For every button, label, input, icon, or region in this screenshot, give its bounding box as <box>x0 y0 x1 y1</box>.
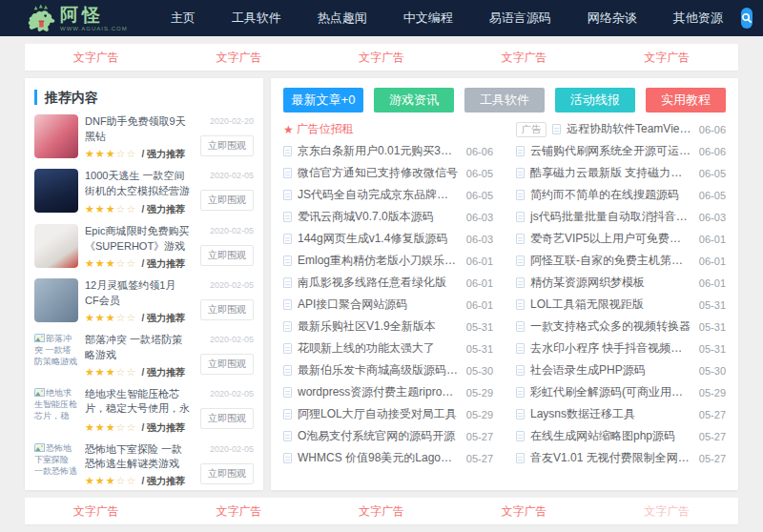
article-link[interactable]: Laysns数据迁移工具 <box>530 406 691 422</box>
category-tab[interactable]: 实用教程 <box>646 88 726 113</box>
site-logo[interactable]: 阿怪 WWW.AGUAIS.COM <box>25 3 128 33</box>
view-button[interactable]: 立即围观 <box>200 463 254 484</box>
nav-item[interactable]: 易语言源码 <box>471 0 569 36</box>
text-ad-link[interactable]: 文字广告 <box>359 503 404 520</box>
article-link[interactable]: 精仿某资源网织梦模板 <box>530 275 691 291</box>
article-link[interactable]: 花呗新上线的功能太强大了 <box>298 340 459 357</box>
article-link[interactable]: 最新伯乐发卡商城高级版源码 无后门 <box>298 362 459 379</box>
item-title[interactable]: 部落冲突 一款塔防策略游戏 <box>85 333 190 363</box>
item-title[interactable]: 恐怖地下室探险 一款恐怖逃生解谜类游戏 <box>85 442 190 473</box>
article-link[interactable]: 京东白条新用户0.01元购买3个月爱奇艺黄... <box>298 143 459 159</box>
document-icon <box>283 387 292 398</box>
recommend-label: / 强力推荐 <box>141 313 185 323</box>
text-ad-link[interactable]: 文字广告 <box>502 50 547 66</box>
article-link[interactable]: LOL工具箱无限视距版 <box>530 297 691 313</box>
item-title[interactable]: DNF助手免费领取9天黑钻 <box>85 114 190 145</box>
category-tab[interactable]: 活动线报 <box>555 88 635 113</box>
text-ad-link[interactable]: 文字广告 <box>359 50 404 66</box>
recommend-label: / 强力推荐 <box>141 422 185 433</box>
recommended-item[interactable]: 12月灵狐签约领1月CF会员 ★★★☆☆ / 强力推荐 2020-02-05 立… <box>34 278 254 325</box>
article-link[interactable]: WHMCS 价值98美元的Lagom模板开源 <box>298 450 459 466</box>
article-link[interactable]: 阿怪互联-自家的免费主机第一批正式开启 <box>530 253 691 269</box>
view-button[interactable]: 立即围观 <box>200 245 254 266</box>
ad-slot-row[interactable]: ★ 广告位招租 <box>283 118 493 140</box>
item-title[interactable]: Epic商城限时免费购买《SUPERHOT》游戏 <box>85 224 190 255</box>
document-icon <box>552 124 561 134</box>
text-ad-link[interactable]: 文字广告 <box>73 50 119 66</box>
item-title[interactable]: 12月灵狐签约领1月CF会员 <box>85 278 190 309</box>
ad-slot-link[interactable]: 广告位招租 <box>297 121 493 137</box>
article-link[interactable]: 阿狸LOL大厅自动接受对局工具 <box>298 406 459 422</box>
article-link[interactable]: JS代码全自动完成京东品牌狂欢城活动任务 <box>298 187 459 203</box>
thumbnail[interactable] <box>34 169 78 213</box>
text-ad-link[interactable]: 文字广告 <box>216 503 261 520</box>
thumbnail[interactable]: 绝地求生智能压枪芯片，稳 <box>34 387 78 431</box>
article-row: 一款支持格式众多的视频转换器 05-31 <box>516 316 726 338</box>
item-rating: ★★★☆☆ / 强力推荐 <box>85 366 190 379</box>
recommended-item[interactable]: DNF助手免费领取9天黑钻 ★★★☆☆ / 强力推荐 2020-02-20 立即… <box>34 114 254 161</box>
article-link[interactable]: 微信官方通知已支持修改微信号 <box>298 165 459 181</box>
item-meta: 2020-02-20 立即围观 <box>196 114 254 161</box>
recommended-item[interactable]: 1000天逃生 一款空间街机的太空模拟经营游戏 ★★★☆☆ / 强力推荐 202… <box>34 169 254 216</box>
article-link[interactable]: O泡易支付系统官网的源码开源 <box>298 428 459 444</box>
thumbnail[interactable] <box>34 278 78 322</box>
search-icon <box>741 12 753 24</box>
nav-item[interactable]: 中文编程 <box>385 0 471 36</box>
view-button[interactable]: 立即围观 <box>200 408 254 429</box>
thumbnail[interactable] <box>34 114 78 158</box>
article-link[interactable]: 爱奇艺VIP5以上用户可免费发爱奇艺VIP红包 <box>530 231 691 247</box>
document-icon <box>516 299 525 310</box>
article-link[interactable]: 在线生成网站缩略图php源码 <box>530 428 691 444</box>
article-link[interactable]: Emlog重构精仿老版小刀娱乐网HFoldao模... <box>298 253 459 269</box>
nav-item[interactable]: 工具软件 <box>214 0 299 36</box>
category-tab[interactable]: 游戏资讯 <box>374 88 454 113</box>
article-link[interactable]: 去水印小程序 快手抖音视频搬运工上热门... <box>530 340 691 357</box>
view-button[interactable]: 立即围观 <box>200 299 254 320</box>
recommend-label: / 强力推荐 <box>141 149 185 159</box>
article-link[interactable]: 彩虹代刷全解源码(可商业用途 防黑) <box>530 384 691 400</box>
article-link[interactable]: 144g网页生成v1.4修复版源码 <box>298 231 459 247</box>
text-ad-link[interactable]: 文字广告 <box>502 503 547 520</box>
broken-image-placeholder: 部落冲突 一款塔防策略游戏 <box>34 333 78 377</box>
text-ad-link[interactable]: 文字广告 <box>216 50 261 66</box>
text-ad-link[interactable]: 文字广告 <box>644 50 690 66</box>
category-tab[interactable]: 最新文章+0 <box>283 88 363 113</box>
article-link[interactable]: 简约而不简单的在线搜题源码 <box>530 187 691 203</box>
nav-item[interactable]: 热点趣闻 <box>299 0 385 36</box>
text-ad-link[interactable]: 文字广告 <box>644 503 690 520</box>
article-link[interactable]: 社会语录生成PHP源码 <box>530 362 691 379</box>
article-link[interactable]: API接口聚合网站源码 <box>298 297 459 313</box>
broken-image-icon <box>34 334 45 342</box>
article-link[interactable]: 南瓜影视多线路任意看绿化版 <box>298 275 459 291</box>
item-title[interactable]: 绝地求生智能压枪芯片，稳定大号使用，永久免费 <box>85 387 190 419</box>
recommended-item[interactable]: Epic商城限时免费购买《SUPERHOT》游戏 ★★★☆☆ / 强力推荐 20… <box>34 224 254 271</box>
nav-item[interactable]: 主页 <box>153 0 214 36</box>
view-button[interactable]: 立即围观 <box>200 135 254 156</box>
article-link[interactable]: 一款支持格式众多的视频转换器 <box>530 318 691 335</box>
article-link[interactable]: wordpress资源付费主题ripro6.7含美化包... <box>298 384 459 400</box>
text-ad-link[interactable]: 文字广告 <box>73 503 119 520</box>
nav-item[interactable]: 网络杂谈 <box>569 0 655 36</box>
article-link[interactable]: 远程协助软件TeamViewer v11 单文件版 <box>567 121 691 137</box>
recommended-item[interactable]: 绝地求生智能压枪芯片，稳 绝地求生智能压枪芯片，稳定大号使用，永久免费 ★★★☆… <box>34 387 254 435</box>
recommended-item[interactable]: 恐怖地下室探险 一款恐怖逃 恐怖地下室探险 一款恐怖逃生解谜类游戏 ★★★☆☆ … <box>34 442 254 489</box>
article-link[interactable]: 酷享磁力云最新版 支持磁力搜索下载和一... <box>530 165 691 181</box>
thumbnail[interactable] <box>34 224 78 268</box>
document-icon <box>516 190 525 200</box>
thumbnail[interactable]: 部落冲突 一款塔防策略游戏 <box>34 333 78 377</box>
article-link[interactable]: 云铺购代刷网系统全开源可运营程序搭建 <box>530 143 691 159</box>
article-row: 爱讯云商城V0.7.0版本源码 06-03 <box>283 206 493 228</box>
view-button[interactable]: 立即围观 <box>200 190 254 211</box>
nav-item[interactable]: 其他资源 <box>655 0 741 36</box>
article-link[interactable]: 爱讯云商城V0.7.0版本源码 <box>298 209 459 225</box>
view-button[interactable]: 立即围观 <box>200 354 254 375</box>
search-button[interactable] <box>741 8 753 29</box>
recommended-item[interactable]: 部落冲突 一款塔防策略游戏 部落冲突 一款塔防策略游戏 ★★★☆☆ / 强力推荐… <box>34 333 254 379</box>
category-tab[interactable]: 工具软件 <box>464 88 545 113</box>
article-link[interactable]: 音友V1.01 无视付费限制全网音乐无损免费... <box>530 450 691 466</box>
article-date: 06-05 <box>466 168 493 179</box>
article-link[interactable]: js代码批量批量自动取消抖音关注 <box>530 209 691 225</box>
item-title[interactable]: 1000天逃生 一款空间街机的太空模拟经营游戏 <box>85 169 190 200</box>
article-link[interactable]: 最新乐购社区V1.9全新版本 <box>298 318 459 335</box>
thumbnail[interactable]: 恐怖地下室探险 一款恐怖逃 <box>34 442 78 486</box>
